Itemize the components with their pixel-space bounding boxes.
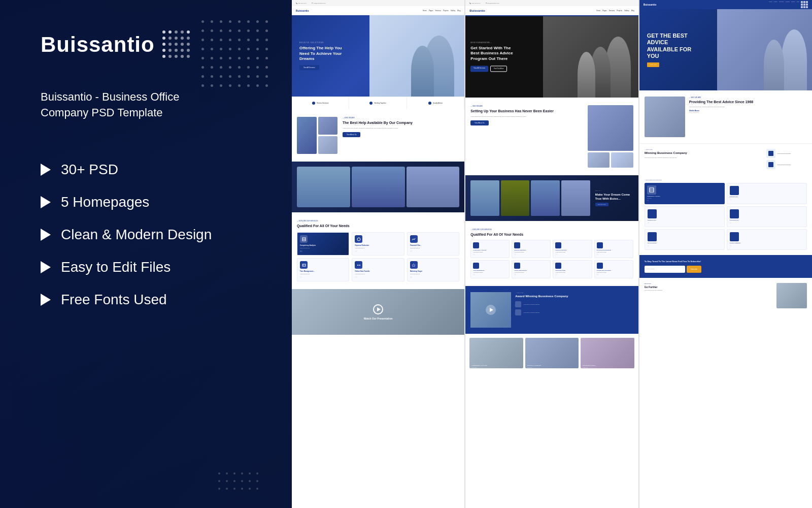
hero-btns-2: View All Services Find Out More: [470, 66, 516, 72]
hero-btn-3[interactable]: Learn More: [647, 62, 660, 67]
menu-grid-icon[interactable]: [801, 1, 808, 8]
subscribe-btn-3[interactable]: Subscribe: [687, 266, 701, 273]
bottom-dot-pattern: [218, 472, 261, 493]
about-images-2: [588, 105, 633, 168]
service-icon-2: [355, 235, 362, 243]
case-img-3: MARKETING TABLET Read More: [581, 338, 634, 368]
svc-name-3-5: Tax Consulting: [648, 242, 722, 244]
nav-2: Buissantio Home Pages Services Projects …: [465, 6, 638, 16]
service-card-5: Online Data Transfer Lorem ipsum dolor s…: [352, 258, 404, 281]
about-section-2: — WHO WE ARE Setting Up Your Business Ha…: [465, 98, 638, 175]
about-img-main: [297, 117, 317, 154]
service-icon-5: [355, 261, 362, 269]
service-card-6: Marketing Target Lorem ipsum dolor sit 0…: [407, 258, 459, 281]
case-img-1: COMPETENCY ANALYSIS Read More: [469, 338, 523, 368]
video-label-1: Watch Our Presentation: [364, 317, 393, 320]
award-feat-icon-2-1: [515, 301, 521, 307]
feature-label-edit: Easy to Edit Files: [61, 259, 171, 275]
hero-title-3: GET THE BEST ADVICE AVAILABLE FOR YOU: [647, 33, 693, 59]
svg-point-5: [357, 265, 358, 266]
service-desc-2: Lorem ipsum dolor sit: [355, 247, 401, 248]
play-button[interactable]: [373, 304, 383, 314]
svc-name-2-2: Expense Reduction: [514, 249, 548, 251]
svc-name-2-8: Creative Idea Strategies: [597, 270, 631, 271]
about-img-2: [318, 136, 338, 154]
further-text-3: REACH US Go Further Lorem ipsum dolor si…: [645, 283, 773, 308]
about-text-2: — WHO WE ARE Setting Up Your Business Ha…: [470, 105, 582, 168]
testimonial-role-3: CEO // Buissantio: [689, 112, 807, 113]
feat-icon-3: [428, 102, 431, 105]
case-studies-2: COMPETENCY ANALYSIS Read More FINANCIAL …: [465, 334, 638, 372]
hero-btn-1[interactable]: View All Services: [299, 65, 319, 70]
service-card-4: Time Management... Lorem ipsum dolor sit…: [297, 258, 349, 281]
svc-name-2-5: Time Management...: [473, 270, 507, 271]
feature-label-fonts: Free Fonts Used: [61, 292, 167, 308]
bullet-icon: [41, 261, 51, 273]
join-btn-2[interactable]: Find Out More: [595, 203, 608, 206]
preview-col-3: Buissantio Home Pages Services Support G…: [639, 0, 812, 508]
team-person-2d: [561, 180, 590, 216]
hero-text-3: GET THE BEST ADVICE AVAILABLE FOR YOU Le…: [647, 33, 693, 67]
welcome-icon-3-1: [766, 149, 775, 158]
contact-phone-2: 📞 (255) 364 39 07: [469, 3, 480, 4]
svc-2-3: Financial Charting Lorem ipsum sit amet …: [553, 240, 592, 258]
feat-2: Working Together: [349, 97, 407, 109]
svg-point-6: [359, 265, 360, 266]
award-play-btn[interactable]: [486, 305, 496, 315]
hero-image-1: [369, 15, 464, 97]
video-overlay: Watch Our Presentation: [292, 289, 464, 335]
about-title-2: Setting Up Your Business Has Never Been …: [470, 109, 582, 113]
team-section-1: [292, 162, 464, 212]
nav-logo-2: Buissantio: [469, 9, 485, 12]
svg-rect-3: [302, 264, 306, 266]
award-img-2: [470, 292, 511, 328]
service-card-2: Expense Reduction Lorem ipsum dolor sit …: [352, 232, 404, 256]
service-num-1: 01: [300, 250, 346, 252]
logo-dot-pattern: [162, 30, 191, 59]
subscribe-input-3[interactable]: Email Address: [645, 266, 685, 273]
nav-links-3: Home Pages Services Support Gallery Blog: [769, 1, 808, 8]
bullet-icon: [41, 229, 51, 241]
hero-btn-2b[interactable]: Find Out More: [490, 66, 507, 72]
service-desc-4: Lorem ipsum dolor sit: [300, 273, 346, 274]
svc-icon-2-6: [514, 263, 520, 269]
join-title-2: Make Your Dream Come True With Buiss...: [595, 193, 633, 201]
services-grid-3: Competency Analysis Your More 01 Expense…: [645, 183, 807, 250]
team-person-2c: [531, 180, 560, 216]
about-img-sm-2: [611, 152, 633, 168]
about-img-3: [645, 97, 685, 137]
nav-logo-3: Buissantio: [644, 3, 657, 6]
feature-item-psd: 30+ PSD: [41, 162, 251, 178]
feature-item-fonts: Free Fonts Used: [41, 292, 251, 308]
svc-icon-3-5: [648, 232, 657, 241]
features-bar-1: Review Solutions Working Together Qualit…: [292, 97, 464, 109]
about-img-sm-1: [588, 152, 610, 168]
svc-icon-2-7: [555, 263, 561, 269]
services-label-2: — EXPLORE OUR SERVICES: [470, 229, 633, 231]
feature-label-homepages: 5 Homepages: [61, 194, 149, 210]
svc-2-5: Time Management... Lorem ipsum sit amet …: [470, 260, 510, 278]
about-label-1: — WHO WE ARE: [343, 117, 459, 119]
person-silhouette-2: [411, 46, 434, 97]
nav-links-1: Home Pages Services Projects Gallery Blo…: [423, 10, 460, 12]
svc-name-3-6: Growth Strategies: [730, 242, 804, 244]
about-text-3: — WHO WE ARE Providing The Best Advice S…: [689, 97, 807, 137]
welcome-icon-3-2: [766, 160, 775, 169]
product-title: Buissantio - Business Office Company PSD…: [41, 89, 203, 121]
award-feat-2-1: Lorem ipsum consectetur adipiscing: [515, 301, 633, 307]
about-btn-2[interactable]: View About Us: [470, 120, 488, 125]
nav-3: Buissantio Home Pages Services Support G…: [639, 0, 812, 9]
welcome-label-3: — WELCOME: [645, 149, 762, 150]
feature-label-psd: 30+ PSD: [61, 162, 118, 178]
hero-btn-2a[interactable]: View All Services: [470, 66, 488, 72]
feat-3: Quality Advise: [407, 97, 464, 109]
team-section-2: JOIN US — Make Your Dream Come True With…: [465, 175, 638, 221]
about-btn-1[interactable]: View About Us: [343, 132, 360, 137]
features-list: 30+ PSD 5 Homepages Clean & Modern Desig…: [41, 162, 251, 308]
further-img-3: [776, 283, 807, 308]
svg-point-2: [357, 238, 360, 241]
subscribe-section-3: To Stay Tuned To The Latest News Feel Fr…: [639, 255, 812, 278]
service-num-5: 05: [355, 276, 401, 278]
award-feat-icon-2-2: [515, 309, 521, 315]
further-section-3: REACH US Go Further Lorem ipsum dolor si…: [639, 278, 812, 313]
